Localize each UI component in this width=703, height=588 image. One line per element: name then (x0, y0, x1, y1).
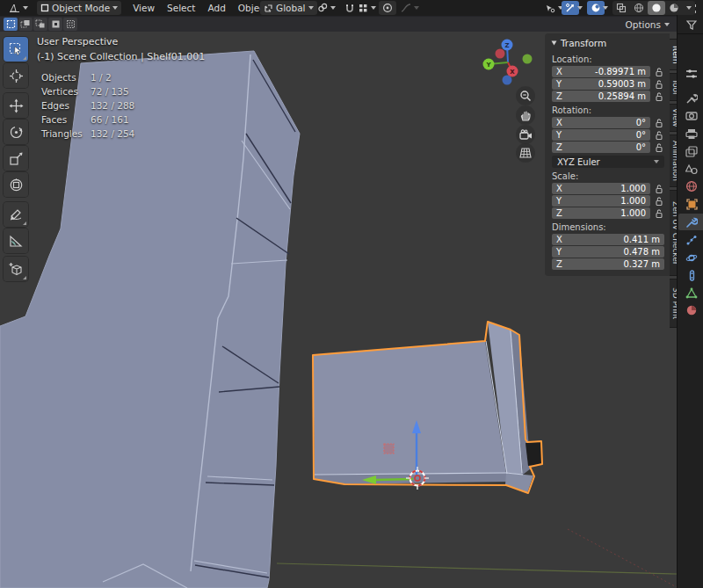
subtool-indicator (23, 56, 26, 60)
rotation-y-field[interactable]: Y0° (552, 129, 650, 141)
show-gizmo-toggle[interactable] (562, 1, 579, 15)
subtool-indicator (23, 221, 26, 225)
select-mode-invert-button[interactable] (48, 18, 62, 31)
visibility-icon (545, 4, 555, 13)
rotation-mode-dropdown[interactable]: XYZ Euler (552, 156, 664, 168)
tool-transform[interactable] (4, 172, 28, 197)
properties-tab-material[interactable] (685, 303, 699, 317)
shading-solid-button[interactable] (648, 1, 665, 15)
lock-icon[interactable] (650, 209, 668, 218)
options-dropdown[interactable]: Options (625, 18, 670, 32)
select-mode-set-button[interactable] (4, 18, 18, 31)
hand-icon (519, 109, 532, 121)
gizmo-neg-x-ball[interactable] (496, 49, 505, 59)
toggle-orthographic-button[interactable] (516, 143, 535, 163)
shading-material-button[interactable] (665, 1, 683, 15)
pivot-point-dropdown[interactable] (314, 1, 339, 15)
properties-tab-modifiers[interactable] (685, 215, 699, 229)
properties-tab-render[interactable] (685, 109, 699, 123)
lock-icon[interactable] (650, 197, 668, 206)
menu-add[interactable]: Add (201, 3, 231, 13)
xray-toggle[interactable] (612, 1, 630, 15)
viewport-header: Object Mode View Select Add Object Globa… (0, 0, 677, 16)
move-tool-icon (9, 98, 24, 113)
lock-icon[interactable] (650, 185, 668, 193)
select-intersect-icon (66, 19, 76, 29)
camera-view-button[interactable] (516, 125, 535, 144)
transform-orientation-dropdown[interactable]: Global (260, 1, 317, 15)
tool-annotate[interactable] (4, 202, 28, 227)
stat-value: 132 / 254 (91, 128, 134, 142)
lock-icon[interactable] (650, 68, 668, 76)
rotate-tool-icon (9, 125, 24, 140)
properties-tab-object-data[interactable] (685, 286, 699, 300)
gizmo-neg-z-ball[interactable] (503, 76, 512, 85)
properties-tab-constraints[interactable] (685, 268, 699, 282)
chevron-down-icon[interactable] (603, 6, 608, 10)
rotation-z-field[interactable]: Z0° (552, 142, 650, 153)
tool-cursor[interactable] (4, 63, 28, 88)
scale-x-field[interactable]: X1.000 (552, 183, 650, 194)
transform-panel-header[interactable]: Transform (545, 33, 670, 52)
stat-label: Vertices (41, 86, 91, 100)
properties-tab-object[interactable] (685, 197, 699, 211)
chevron-down-icon[interactable] (686, 6, 692, 10)
tool-move[interactable] (4, 93, 28, 118)
location-y-field[interactable]: Y0.59003 m (552, 78, 650, 90)
dimensions-z-field[interactable]: Z0.327 m (552, 258, 664, 270)
tool-rotate[interactable] (4, 120, 28, 144)
chevron-down-icon[interactable] (577, 6, 583, 10)
gizmo-neg-y-ball[interactable] (523, 54, 533, 64)
tool-scale[interactable] (4, 146, 28, 171)
pivot-point-icon (317, 3, 328, 13)
menu-select[interactable]: Select (161, 3, 201, 13)
proportional-editing-toggle[interactable] (379, 1, 396, 15)
rotation-x-field[interactable]: X0° (552, 117, 650, 128)
properties-editor-type-button[interactable] (685, 67, 699, 81)
zoom-view-button[interactable] (516, 86, 535, 105)
proportional-falloff-dropdown[interactable] (397, 1, 423, 15)
select-mode-intersect-button[interactable] (63, 18, 77, 31)
properties-tab-particles[interactable] (685, 233, 699, 247)
material-preview-shading-icon (669, 3, 679, 13)
properties-tab-tool[interactable] (685, 91, 699, 105)
select-mode-extend-button[interactable] (18, 18, 33, 31)
tool-measure[interactable] (4, 229, 28, 253)
select-mode-subtract-button[interactable] (33, 18, 47, 31)
dimensions-x-field[interactable]: X0.411 m (552, 234, 664, 245)
show-overlays-toggle[interactable] (587, 1, 605, 15)
pan-view-button[interactable] (516, 105, 535, 125)
dimensions-section-label: Dimensions: (545, 220, 670, 234)
lock-icon[interactable] (650, 80, 668, 89)
scale-y-field[interactable]: Y1.000 (552, 195, 650, 207)
properties-tab-physics[interactable] (685, 250, 699, 265)
editor-type-button[interactable] (5, 1, 32, 15)
location-z-field[interactable]: Z0.25894 m (552, 91, 650, 102)
scale-z-field[interactable]: Z1.000 (552, 207, 650, 219)
properties-tab-output[interactable] (685, 127, 699, 141)
lock-icon[interactable] (650, 92, 668, 101)
lock-icon[interactable] (650, 119, 668, 127)
tool-select-box[interactable] (4, 37, 28, 62)
outliner-filter-icon[interactable] (685, 18, 699, 32)
subtool-indicator (23, 276, 26, 279)
properties-tab-world[interactable] (685, 179, 699, 193)
stat-label: Faces (41, 114, 91, 128)
transform-tool-icon (9, 178, 24, 192)
dimensions-y-field[interactable]: Y0.478 m (552, 246, 664, 258)
mode-dropdown[interactable]: Object Mode (37, 1, 121, 15)
snap-with-dropdown[interactable] (355, 1, 380, 15)
properties-tab-scene[interactable] (685, 162, 699, 176)
shading-wireframe-button[interactable] (630, 1, 648, 15)
select-box-icon (9, 42, 23, 56)
chevron-down-icon (654, 160, 659, 163)
annotate-pen-icon (9, 207, 23, 221)
editor-3d-viewport-icon (9, 4, 20, 13)
lock-icon[interactable] (650, 143, 668, 152)
lock-icon[interactable] (650, 131, 668, 140)
location-x-field[interactable]: X-0.89971 m (552, 66, 650, 77)
properties-tab-view-layer[interactable] (685, 144, 699, 158)
menu-view[interactable]: View (127, 3, 161, 13)
tool-add-cube[interactable] (4, 257, 28, 281)
magnet-icon (344, 3, 355, 13)
